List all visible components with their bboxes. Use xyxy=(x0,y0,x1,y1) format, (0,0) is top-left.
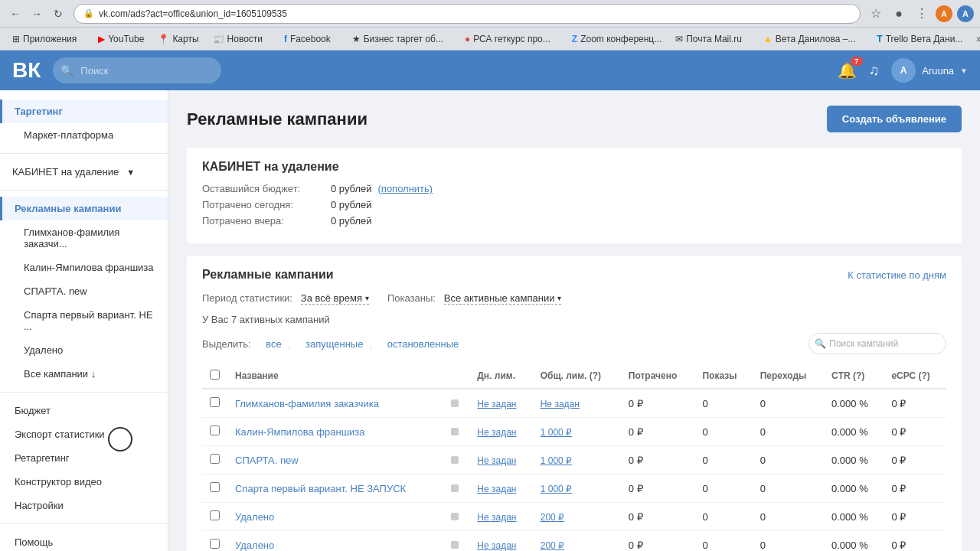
sidebar-item-export[interactable]: Экспорт статистики xyxy=(0,422,168,446)
profile-icon-2[interactable]: A xyxy=(957,5,974,22)
username-label: Aruuna xyxy=(922,65,954,77)
row-daily-limit-cell: Не задан xyxy=(469,418,532,446)
sidebar-cabinet-dropdown[interactable]: КАБИНЕТ на удаление ▼ xyxy=(0,160,168,184)
select-launched-link[interactable]: запущенные xyxy=(305,338,363,350)
budget-today-value: 0 рублей xyxy=(331,199,372,210)
sidebar-item-video-constructor[interactable]: Конструктор видео xyxy=(0,470,168,494)
sidebar-item-help[interactable]: Помощь xyxy=(0,530,168,551)
status-dot xyxy=(451,484,459,492)
sidebar-item-targeting[interactable]: Таргетинг xyxy=(0,99,168,123)
sidebar-item-market[interactable]: Маркет-платформа xyxy=(0,123,168,147)
row-total-limit-cell: 200 ₽ xyxy=(533,503,621,531)
total-limit-value[interactable]: 1 000 ₽ xyxy=(541,427,572,438)
extensions-button[interactable]: ● xyxy=(890,5,908,23)
daily-limit-value[interactable]: Не задан xyxy=(477,427,516,438)
row-transitions-cell: 0 xyxy=(753,503,824,531)
row-checkbox[interactable] xyxy=(210,539,220,549)
forward-button[interactable]: → xyxy=(28,5,46,23)
bookmark-mail[interactable]: ✉ Почта Mail.ru xyxy=(669,32,748,46)
apps-icon: ⊞ xyxy=(12,34,20,44)
back-button[interactable]: ← xyxy=(6,5,24,23)
sidebar-item-glimhanov[interactable]: Глимханов-фамилия заказчи... xyxy=(0,220,168,256)
select-sep-1: , xyxy=(288,338,291,350)
vk-header: ВК 🔍 🔔 7 ♫ A Aruuna ▼ xyxy=(0,51,980,90)
bookmark-rca[interactable]: ● РСА геткурс про... xyxy=(459,32,557,46)
bookmark-news[interactable]: 📰 Новости xyxy=(207,32,269,46)
select-row: Выделить: все , запущенные , остановленн… xyxy=(202,338,459,350)
sidebar-item-sparta-new[interactable]: СПАРТА. new xyxy=(0,279,168,303)
vk-logo[interactable]: ВК xyxy=(12,60,41,81)
th-status xyxy=(443,364,470,389)
sidebar-item-campaigns[interactable]: Рекламные кампании xyxy=(0,197,168,220)
biznes-icon: ★ xyxy=(352,34,361,44)
filter-row: Период статистики: За всё время ▾ Показа… xyxy=(202,292,946,305)
daily-limit-value[interactable]: Не задан xyxy=(477,399,516,409)
user-info[interactable]: A Aruuna ▼ xyxy=(891,58,968,83)
period-filter: Период статистики: За всё время ▾ xyxy=(202,292,369,305)
sidebar-item-all-campaigns[interactable]: Все кампании ↓ xyxy=(0,362,168,386)
search-input[interactable] xyxy=(53,57,221,83)
total-limit-value[interactable]: 200 ₽ xyxy=(541,540,564,551)
row-transitions-cell: 0 xyxy=(753,446,824,474)
menu-button[interactable]: ⋮ xyxy=(913,5,931,23)
bookmark-biznes[interactable]: ★ Бизнес таргет об... xyxy=(346,32,449,46)
select-all-checkbox[interactable] xyxy=(210,370,220,380)
daily-limit-value[interactable]: Не задан xyxy=(477,512,516,523)
row-ctr-cell: 0.000 % xyxy=(824,503,884,531)
row-checkbox[interactable] xyxy=(210,454,220,464)
campaign-name-link[interactable]: Спарта первый вариант. НЕ ЗАПУСК xyxy=(235,483,406,494)
topup-link[interactable]: (пополнить) xyxy=(378,183,433,194)
sidebar-item-retargeting[interactable]: Ретаргетинг xyxy=(0,446,168,470)
campaign-name-link[interactable]: Калин-Ямпилова франшиза xyxy=(235,426,365,438)
daily-limit-value[interactable]: Не задан xyxy=(477,540,516,551)
campaign-name-link[interactable]: Глимханов-фамилия заказчика xyxy=(235,398,379,409)
row-spent-cell: 0 ₽ xyxy=(621,531,695,552)
bookmark-zoom[interactable]: Z Zoom конференц... xyxy=(566,32,668,46)
sidebar-item-deleted[interactable]: Удалено xyxy=(0,338,168,362)
period-value[interactable]: За всё время ▾ xyxy=(301,292,369,305)
campaign-name-link[interactable]: Удалено xyxy=(235,511,274,523)
sidebar-item-kalin[interactable]: Калин-Ямпилова франшиза xyxy=(0,256,168,279)
total-limit-value[interactable]: Не задан xyxy=(541,399,580,409)
status-dot xyxy=(451,513,459,520)
status-dot xyxy=(451,428,459,435)
total-limit-value[interactable]: 1 000 ₽ xyxy=(541,455,572,466)
total-limit-value[interactable]: 1 000 ₽ xyxy=(541,484,572,494)
bookmark-youtube[interactable]: ▶ YouTube xyxy=(92,32,150,46)
create-ad-button[interactable]: Создать объявление xyxy=(827,106,962,132)
campaign-name-link[interactable]: Удалено xyxy=(235,540,274,551)
campaigns-search-input[interactable] xyxy=(808,333,946,354)
bookmark-star-button[interactable]: ☆ xyxy=(867,5,885,23)
bookmark-trello[interactable]: T Trello Вета Дани... xyxy=(871,32,969,46)
stats-link[interactable]: К статистике по дням xyxy=(848,269,946,281)
bookmark-more[interactable]: » xyxy=(970,32,980,46)
bookmark-gdrive[interactable]: ▲ Вета Данилова –... xyxy=(757,32,861,46)
shown-chevron-icon: ▾ xyxy=(557,294,561,302)
total-limit-value[interactable]: 200 ₽ xyxy=(541,512,564,523)
select-stopped-link[interactable]: остановленные xyxy=(387,338,459,350)
bookmark-apps[interactable]: ⊞ Приложения xyxy=(6,32,83,46)
profile-icon-1[interactable]: A xyxy=(936,5,952,22)
select-all-link[interactable]: все xyxy=(266,338,282,350)
sidebar-divider-2 xyxy=(0,190,168,191)
bookmark-maps[interactable]: 📍 Карты xyxy=(152,32,204,46)
reload-button[interactable]: ↻ xyxy=(49,5,67,23)
period-chevron-icon: ▾ xyxy=(365,294,369,302)
campaigns-section-title: Рекламные кампании xyxy=(202,268,334,282)
shown-value[interactable]: Все активные кампании ▾ xyxy=(444,292,562,305)
th-shows: Показы xyxy=(694,364,752,389)
campaign-name-link[interactable]: СПАРТА. new xyxy=(235,455,299,466)
notifications-button[interactable]: 🔔 7 xyxy=(838,61,857,80)
row-checkbox[interactable] xyxy=(210,425,220,435)
sidebar-item-sparta-first[interactable]: Спарта первый вариант. НЕ ... xyxy=(0,303,168,338)
bookmark-facebook[interactable]: f Facebook xyxy=(278,32,337,46)
address-bar[interactable]: 🔒 vk.com/ads?act=office&union_id=1605109… xyxy=(74,4,861,24)
music-button[interactable]: ♫ xyxy=(869,63,880,79)
row-checkbox[interactable] xyxy=(210,482,220,492)
daily-limit-value[interactable]: Не задан xyxy=(477,484,516,494)
daily-limit-value[interactable]: Не задан xyxy=(477,455,516,466)
row-checkbox[interactable] xyxy=(210,397,220,407)
sidebar-item-settings[interactable]: Настройки xyxy=(0,494,168,517)
sidebar-item-budget[interactable]: Бюджет xyxy=(0,399,168,422)
row-checkbox[interactable] xyxy=(210,510,220,520)
